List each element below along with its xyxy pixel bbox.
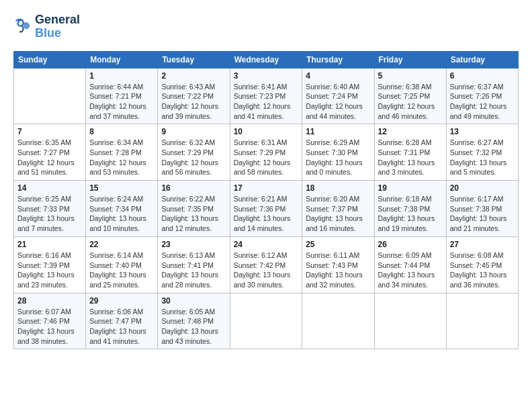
day-cell: 18Sunrise: 6:20 AMSunset: 7:37 PMDayligh… — [302, 181, 374, 237]
day-cell: 26Sunrise: 6:09 AMSunset: 7:44 PMDayligh… — [374, 236, 446, 293]
day-number: 25 — [306, 240, 370, 249]
day-cell — [446, 293, 518, 349]
day-number: 30 — [161, 296, 226, 306]
day-info: Sunrise: 6:28 AMSunset: 7:31 PMDaylight:… — [378, 138, 435, 176]
day-cell: 21Sunrise: 6:16 AMSunset: 7:39 PMDayligh… — [14, 236, 86, 293]
week-row-2: 7Sunrise: 6:35 AMSunset: 7:27 PMDaylight… — [14, 124, 519, 181]
day-number: 22 — [89, 240, 154, 249]
logo-text: General Blue — [35, 13, 80, 40]
day-cell: 19Sunrise: 6:18 AMSunset: 7:38 PMDayligh… — [374, 181, 446, 237]
day-cell: 3Sunrise: 6:41 AMSunset: 7:23 PMDaylight… — [230, 68, 302, 124]
week-row-3: 14Sunrise: 6:25 AMSunset: 7:33 PMDayligh… — [14, 181, 519, 237]
day-info: Sunrise: 6:22 AMSunset: 7:35 PMDaylight:… — [161, 195, 218, 232]
calendar-table: SundayMondayTuesdayWednesdayThursdayFrid… — [13, 51, 519, 350]
day-info: Sunrise: 6:27 AMSunset: 7:32 PMDaylight:… — [450, 138, 507, 176]
day-info: Sunrise: 6:37 AMSunset: 7:26 PMDaylight:… — [450, 83, 507, 120]
day-info: Sunrise: 6:24 AMSunset: 7:34 PMDaylight:… — [89, 195, 146, 232]
day-cell: 23Sunrise: 6:13 AMSunset: 7:41 PMDayligh… — [158, 236, 230, 293]
weekday-header-wednesday: Wednesday — [230, 51, 302, 68]
day-info: Sunrise: 6:13 AMSunset: 7:41 PMDaylight:… — [161, 251, 218, 289]
day-info: Sunrise: 6:21 AMSunset: 7:36 PMDaylight:… — [234, 195, 291, 232]
day-number: 3 — [234, 71, 299, 81]
day-number: 12 — [378, 127, 443, 136]
day-info: Sunrise: 6:18 AMSunset: 7:38 PMDaylight:… — [378, 195, 435, 232]
day-number: 27 — [450, 240, 515, 249]
day-cell: 6Sunrise: 6:37 AMSunset: 7:26 PMDaylight… — [446, 68, 518, 124]
day-number: 4 — [306, 71, 370, 81]
day-cell: 12Sunrise: 6:28 AMSunset: 7:31 PMDayligh… — [374, 124, 446, 181]
day-cell: 13Sunrise: 6:27 AMSunset: 7:32 PMDayligh… — [446, 124, 518, 181]
day-cell — [374, 293, 446, 349]
day-cell: 27Sunrise: 6:08 AMSunset: 7:45 PMDayligh… — [446, 236, 518, 293]
day-number: 28 — [17, 296, 82, 306]
day-info: Sunrise: 6:29 AMSunset: 7:30 PMDaylight:… — [306, 138, 363, 176]
weekday-header-monday: Monday — [86, 51, 158, 68]
day-info: Sunrise: 6:20 AMSunset: 7:37 PMDaylight:… — [306, 195, 363, 232]
day-number: 18 — [306, 183, 370, 193]
logo-line1: General — [35, 13, 80, 27]
day-info: Sunrise: 6:09 AMSunset: 7:44 PMDaylight:… — [378, 251, 435, 289]
day-number: 29 — [89, 296, 154, 306]
day-info: Sunrise: 6:08 AMSunset: 7:45 PMDaylight:… — [450, 251, 507, 289]
day-number: 14 — [17, 183, 82, 193]
day-number: 1 — [89, 71, 154, 81]
day-info: Sunrise: 6:40 AMSunset: 7:24 PMDaylight:… — [306, 83, 363, 120]
weekday-header-tuesday: Tuesday — [158, 51, 230, 68]
day-info: Sunrise: 6:31 AMSunset: 7:29 PMDaylight:… — [234, 138, 291, 176]
day-info: Sunrise: 6:17 AMSunset: 7:38 PMDaylight:… — [450, 195, 507, 232]
day-cell: 7Sunrise: 6:35 AMSunset: 7:27 PMDaylight… — [14, 124, 86, 181]
weekday-header-row: SundayMondayTuesdayWednesdayThursdayFrid… — [14, 51, 519, 68]
day-info: Sunrise: 6:05 AMSunset: 7:48 PMDaylight:… — [161, 308, 218, 345]
week-row-1: 1Sunrise: 6:44 AMSunset: 7:21 PMDaylight… — [14, 68, 519, 124]
day-cell: 24Sunrise: 6:12 AMSunset: 7:42 PMDayligh… — [230, 236, 302, 293]
day-cell: 8Sunrise: 6:34 AMSunset: 7:28 PMDaylight… — [86, 124, 158, 181]
day-info: Sunrise: 6:38 AMSunset: 7:25 PMDaylight:… — [378, 83, 435, 120]
day-info: Sunrise: 6:34 AMSunset: 7:28 PMDaylight:… — [89, 138, 146, 176]
logo-icon — [13, 17, 32, 36]
day-number: 24 — [234, 240, 299, 249]
day-info: Sunrise: 6:07 AMSunset: 7:46 PMDaylight:… — [17, 308, 75, 345]
day-info: Sunrise: 6:06 AMSunset: 7:47 PMDaylight:… — [89, 308, 146, 345]
day-cell: 1Sunrise: 6:44 AMSunset: 7:21 PMDaylight… — [86, 68, 158, 124]
day-info: Sunrise: 6:35 AMSunset: 7:27 PMDaylight:… — [17, 138, 75, 176]
day-number: 11 — [306, 127, 370, 136]
weekday-header-friday: Friday — [374, 51, 446, 68]
day-cell: 11Sunrise: 6:29 AMSunset: 7:30 PMDayligh… — [302, 124, 374, 181]
logo-line2: Blue — [35, 27, 80, 40]
day-number: 26 — [378, 240, 443, 249]
day-cell: 14Sunrise: 6:25 AMSunset: 7:33 PMDayligh… — [14, 181, 86, 237]
day-number: 7 — [17, 127, 82, 136]
day-info: Sunrise: 6:41 AMSunset: 7:23 PMDaylight:… — [234, 83, 291, 120]
day-info: Sunrise: 6:43 AMSunset: 7:22 PMDaylight:… — [161, 83, 218, 120]
day-number: 16 — [161, 183, 226, 193]
day-cell: 10Sunrise: 6:31 AMSunset: 7:29 PMDayligh… — [230, 124, 302, 181]
day-number: 13 — [450, 127, 515, 136]
day-cell: 25Sunrise: 6:11 AMSunset: 7:43 PMDayligh… — [302, 236, 374, 293]
day-number: 19 — [378, 183, 443, 193]
day-cell — [302, 293, 374, 349]
day-number: 8 — [89, 127, 154, 136]
day-cell — [230, 293, 302, 349]
day-cell: 22Sunrise: 6:14 AMSunset: 7:40 PMDayligh… — [86, 236, 158, 293]
day-cell: 17Sunrise: 6:21 AMSunset: 7:36 PMDayligh… — [230, 181, 302, 237]
day-cell: 28Sunrise: 6:07 AMSunset: 7:46 PMDayligh… — [14, 293, 86, 349]
day-cell: 5Sunrise: 6:38 AMSunset: 7:25 PMDaylight… — [374, 68, 446, 124]
day-cell: 29Sunrise: 6:06 AMSunset: 7:47 PMDayligh… — [86, 293, 158, 349]
day-info: Sunrise: 6:12 AMSunset: 7:42 PMDaylight:… — [234, 251, 291, 289]
day-cell: 30Sunrise: 6:05 AMSunset: 7:48 PMDayligh… — [158, 293, 230, 349]
day-cell: 15Sunrise: 6:24 AMSunset: 7:34 PMDayligh… — [86, 181, 158, 237]
day-info: Sunrise: 6:14 AMSunset: 7:40 PMDaylight:… — [89, 251, 146, 289]
day-info: Sunrise: 6:16 AMSunset: 7:39 PMDaylight:… — [17, 251, 75, 289]
day-cell: 4Sunrise: 6:40 AMSunset: 7:24 PMDaylight… — [302, 68, 374, 124]
weekday-header-thursday: Thursday — [302, 51, 374, 68]
logo: General Blue — [13, 13, 80, 40]
day-cell: 16Sunrise: 6:22 AMSunset: 7:35 PMDayligh… — [158, 181, 230, 237]
day-number: 23 — [161, 240, 226, 249]
day-number: 9 — [161, 127, 226, 136]
day-info: Sunrise: 6:11 AMSunset: 7:43 PMDaylight:… — [306, 251, 363, 289]
day-cell: 20Sunrise: 6:17 AMSunset: 7:38 PMDayligh… — [446, 181, 518, 237]
weekday-header-sunday: Sunday — [14, 51, 86, 68]
weekday-header-saturday: Saturday — [446, 51, 518, 68]
week-row-4: 21Sunrise: 6:16 AMSunset: 7:39 PMDayligh… — [14, 236, 519, 293]
day-number: 10 — [234, 127, 299, 136]
